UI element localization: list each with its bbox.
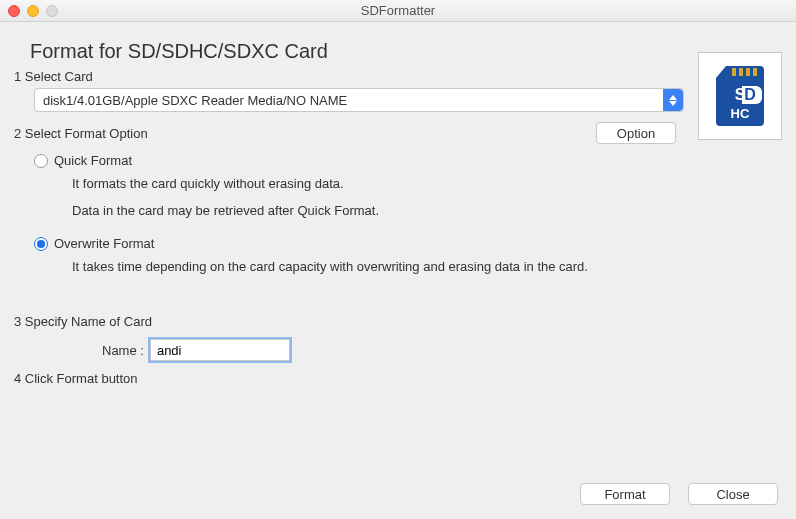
overwrite-format-label: Overwrite Format: [54, 236, 154, 251]
overwrite-format-option[interactable]: Overwrite Format: [34, 236, 786, 251]
step-2-label: 2 Select Format Option: [14, 126, 596, 141]
page-title: Format for SD/SDHC/SDXC Card: [30, 40, 786, 63]
close-button[interactable]: Close: [688, 483, 778, 505]
radio-icon: [34, 237, 48, 251]
quick-format-option[interactable]: Quick Format: [34, 153, 786, 168]
radio-icon: [34, 154, 48, 168]
overwrite-format-desc: It takes time depending on the card capa…: [72, 259, 786, 274]
svg-rect-0: [732, 68, 736, 76]
step-1-label: 1 Select Card: [14, 69, 786, 84]
quick-format-desc-2: Data in the card may be retrieved after …: [72, 203, 786, 218]
name-label: Name :: [102, 343, 144, 358]
card-select-value: disk1/4.01GB/Apple SDXC Reader Media/NO …: [43, 93, 347, 108]
svg-text:D: D: [744, 86, 756, 103]
option-button[interactable]: Option: [596, 122, 676, 144]
card-name-input[interactable]: [150, 339, 290, 361]
svg-rect-3: [753, 68, 757, 76]
quick-format-desc-1: It formats the card quickly without eras…: [72, 176, 786, 191]
sd-card-logo: S D HC: [698, 52, 782, 140]
card-select[interactable]: disk1/4.01GB/Apple SDXC Reader Media/NO …: [34, 88, 684, 112]
svg-rect-2: [746, 68, 750, 76]
svg-rect-1: [739, 68, 743, 76]
dropdown-arrows-icon: [663, 89, 683, 111]
titlebar: SDFormatter: [0, 0, 796, 22]
step-4-label: 4 Click Format button: [14, 371, 786, 386]
sdhc-label: HC: [731, 106, 750, 121]
format-button[interactable]: Format: [580, 483, 670, 505]
step-3-label: 3 Specify Name of Card: [14, 314, 786, 329]
window-title: SDFormatter: [0, 3, 796, 18]
quick-format-label: Quick Format: [54, 153, 132, 168]
